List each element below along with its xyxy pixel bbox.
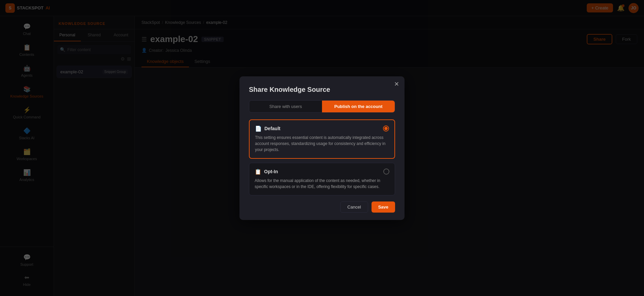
modal-tab-share-users[interactable]: Share with users [249,101,322,112]
option-opt-in-radio[interactable] [383,169,389,175]
option-card-opt-in-header: 📋 Opt-In [255,169,389,175]
modal-tab-publish-account[interactable]: Publish on the account [322,101,395,112]
cancel-button[interactable]: Cancel [340,201,368,213]
modal-actions: Cancel Save [249,201,395,213]
option-opt-in-title: Opt-In [264,169,278,174]
option-default-icon: 📄 [255,125,262,132]
option-opt-in-icon: 📋 [255,169,261,175]
modal-overlay[interactable]: Share Knowledge Source ✕ Share with user… [0,0,644,296]
option-card-default-header: 📄 Default [255,125,389,132]
option-card-default[interactable]: 📄 Default This setting ensures essential… [249,119,395,159]
option-default-radio[interactable] [383,125,389,132]
option-default-description: This setting ensures essential content i… [255,135,389,153]
modal-tabs: Share with users Publish on the account [249,100,395,113]
share-knowledge-source-modal: Share Knowledge Source ✕ Share with user… [239,76,405,220]
option-opt-in-description: Allows for the manual application of the… [255,178,389,190]
option-card-opt-in[interactable]: 📋 Opt-In Allows for the manual applicati… [249,163,395,195]
option-default-title: Default [264,126,280,131]
save-button[interactable]: Save [372,201,395,213]
option-card-default-title-row: 📄 Default [255,125,280,132]
modal-title: Share Knowledge Source [249,86,395,94]
modal-close-button[interactable]: ✕ [394,81,399,87]
option-card-opt-in-title-row: 📋 Opt-In [255,169,278,175]
option-default-radio-inner [384,127,388,130]
